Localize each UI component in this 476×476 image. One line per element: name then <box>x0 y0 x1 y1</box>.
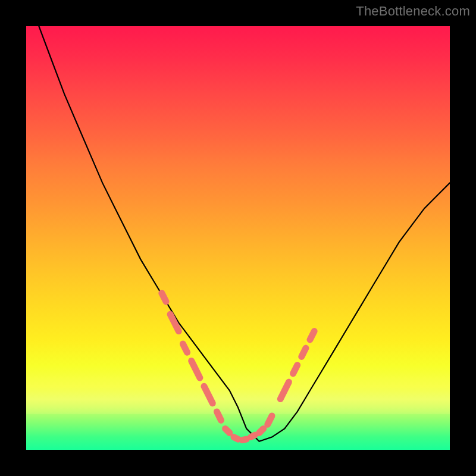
dash-segment <box>162 293 166 302</box>
dash-segment <box>226 428 230 433</box>
dash-segment <box>234 437 238 440</box>
dash-segment <box>250 435 255 437</box>
chart-stage: TheBottleneck.com <box>0 0 476 476</box>
plot-area <box>26 26 450 450</box>
dash-segment <box>242 439 246 440</box>
dash-overlay-group <box>162 293 314 440</box>
dash-segment <box>302 348 306 356</box>
dash-segment <box>170 314 178 331</box>
dash-segment <box>192 361 200 378</box>
dash-segment <box>217 412 221 420</box>
dash-segment <box>183 344 187 352</box>
dash-segment <box>268 416 272 424</box>
curve-layer <box>26 26 450 450</box>
watermark-text: TheBottleneck.com <box>356 4 470 19</box>
dash-segment <box>310 331 314 340</box>
dash-segment <box>293 365 298 374</box>
dash-segment <box>280 382 289 399</box>
dash-segment <box>259 428 264 433</box>
dash-segment <box>204 386 212 403</box>
bottleneck-curve <box>39 26 450 441</box>
